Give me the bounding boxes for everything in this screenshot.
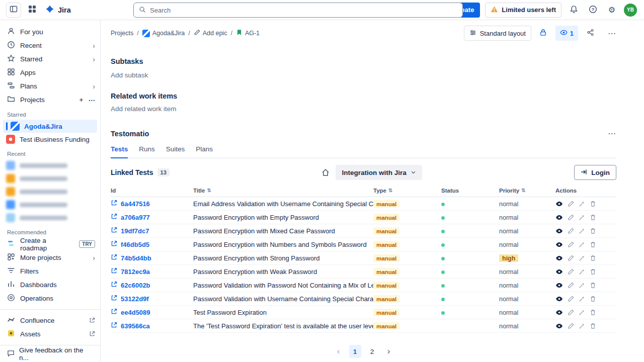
sidebar-item-apps[interactable]: Apps — [0, 66, 100, 79]
edit-icon[interactable] — [568, 268, 574, 275]
prev-page-icon[interactable]: ‹ — [333, 346, 344, 356]
user-avatar[interactable]: YB — [624, 4, 637, 17]
edit-icon[interactable] — [568, 201, 574, 207]
table-row[interactable]: 62c6002b Password Validation with Passwo… — [111, 279, 616, 292]
sidebar-item-recent[interactable]: Recent › — [0, 39, 100, 52]
tab-tests[interactable]: Tests — [111, 145, 128, 158]
breadcrumb-projects[interactable]: Projects — [111, 30, 133, 37]
delete-icon[interactable] — [590, 214, 596, 221]
integration-dropdown[interactable]: Integration with Jira — [336, 165, 422, 180]
sidebar-item-plans[interactable]: Plans › — [0, 79, 100, 93]
column-header-title[interactable]: Title⇅ — [193, 188, 373, 194]
search-input[interactable] — [150, 7, 457, 14]
view-icon[interactable] — [555, 214, 563, 221]
sidebar-project-agoda-jira[interactable]: Agoda&Jira — [3, 120, 97, 133]
add-related-item-link[interactable]: Add related work item — [111, 105, 616, 113]
view-icon[interactable] — [555, 200, 563, 208]
magic-wand-icon[interactable] — [579, 214, 585, 221]
breadcrumb-issue[interactable]: AG-1 — [236, 29, 260, 37]
sidebar-project-test-ibusiness[interactable]: Test iBusiness Funding — [3, 133, 97, 146]
test-id-link[interactable]: 74b5d4bb — [121, 254, 151, 262]
view-icon[interactable] — [555, 322, 563, 330]
edit-icon[interactable] — [568, 323, 574, 329]
global-search[interactable] — [133, 3, 463, 18]
help-button[interactable]: ? — [586, 3, 600, 17]
test-id-link[interactable]: 639566ca — [121, 322, 150, 330]
table-row[interactable]: 53122d9f Password Validation with Userna… — [111, 292, 616, 306]
test-id-link[interactable]: 19df7dc7 — [121, 227, 149, 235]
notifications-button[interactable] — [567, 3, 581, 17]
tab-suites[interactable]: Suites — [166, 145, 185, 158]
view-icon[interactable] — [555, 227, 563, 235]
delete-icon[interactable] — [590, 268, 596, 275]
watchers-button[interactable]: 1 — [555, 26, 578, 41]
magic-wand-icon[interactable] — [579, 228, 585, 234]
table-row[interactable]: 7812ec9a Password Encryption with Weak P… — [111, 265, 616, 279]
sidebar-item-projects[interactable]: Projects + ⋯ — [0, 93, 100, 107]
settings-button[interactable]: ⚙ — [605, 3, 619, 17]
delete-icon[interactable] — [590, 323, 596, 329]
test-id-link[interactable]: ee4d5089 — [121, 309, 150, 316]
table-row[interactable]: a706a977 Password Encryption with Empty … — [111, 211, 616, 224]
add-subtask-link[interactable]: Add subtask — [111, 71, 616, 79]
app-switcher-button[interactable] — [25, 3, 39, 17]
tab-plans[interactable]: Plans — [196, 145, 213, 158]
magic-wand-icon[interactable] — [579, 201, 585, 207]
view-icon[interactable] — [555, 282, 563, 289]
page-button-1[interactable]: 1 — [349, 345, 361, 358]
table-row[interactable]: 639566ca The 'Test Password Expiration' … — [111, 319, 616, 333]
magic-wand-icon[interactable] — [579, 323, 585, 329]
test-id-link[interactable]: 62c6002b — [121, 282, 150, 289]
projects-more-icon[interactable]: ⋯ — [89, 96, 96, 104]
next-page-icon[interactable]: › — [383, 346, 394, 356]
sidebar-item-for-you[interactable]: For you — [0, 25, 100, 39]
add-project-icon[interactable]: + — [79, 96, 84, 104]
column-header-type[interactable]: Type⇅ — [373, 188, 441, 194]
view-icon[interactable] — [555, 268, 563, 276]
feedback-button[interactable]: Give feedback on the n... — [0, 345, 100, 362]
more-actions-button[interactable]: ⋯ — [602, 26, 616, 40]
view-icon[interactable] — [555, 254, 563, 262]
recent-project-item[interactable] — [3, 185, 97, 198]
edit-icon[interactable] — [568, 282, 574, 289]
page-button-2[interactable]: 2 — [366, 345, 378, 358]
edit-icon[interactable] — [568, 214, 574, 221]
view-icon[interactable] — [555, 241, 563, 248]
sidebar-toggle-button[interactable] — [6, 3, 21, 18]
sidebar-item-starred[interactable]: Starred › — [0, 52, 100, 66]
test-id-link[interactable]: 53122d9f — [121, 295, 149, 303]
delete-icon[interactable] — [590, 255, 596, 261]
test-id-link[interactable]: 7812ec9a — [121, 268, 150, 276]
testomatio-more-button[interactable]: ⋯ — [608, 129, 616, 138]
recent-project-item[interactable] — [3, 211, 97, 224]
table-row[interactable]: 19df7dc7 Password Encryption with Mixed … — [111, 224, 616, 238]
tab-runs[interactable]: Runs — [139, 145, 155, 158]
column-header-priority[interactable]: Priority⇅ — [499, 188, 555, 194]
edit-icon[interactable] — [568, 296, 574, 302]
standard-layout-button[interactable]: Standard layout — [464, 26, 531, 41]
edit-icon[interactable] — [568, 309, 574, 316]
edit-icon[interactable] — [568, 255, 574, 261]
test-id-link[interactable]: a706a977 — [121, 214, 150, 221]
table-row[interactable]: 6a447516 Email Address Validation with U… — [111, 197, 616, 211]
jira-brand[interactable]: Jira — [45, 5, 71, 15]
table-row[interactable]: 74b5d4bb Password Encryption with Strong… — [111, 251, 616, 265]
recent-project-item[interactable] — [3, 198, 97, 211]
sidebar-item-assets[interactable]: Assets — [0, 327, 100, 341]
table-row[interactable]: f46db5d5 Password Encryption with Number… — [111, 238, 616, 251]
delete-icon[interactable] — [590, 201, 596, 207]
share-button[interactable] — [583, 26, 597, 40]
delete-icon[interactable] — [590, 296, 596, 302]
home-icon[interactable] — [321, 168, 330, 176]
breadcrumb-project[interactable]: Agoda&Jira — [142, 30, 185, 37]
login-button[interactable]: Login — [574, 165, 616, 180]
delete-icon[interactable] — [590, 282, 596, 289]
test-id-link[interactable]: f46db5d5 — [121, 241, 149, 248]
sidebar-item-dashboards[interactable]: Dashboards — [0, 278, 100, 292]
recent-project-item[interactable] — [3, 159, 97, 172]
magic-wand-icon[interactable] — [579, 255, 585, 261]
magic-wand-icon[interactable] — [579, 241, 585, 248]
delete-icon[interactable] — [590, 228, 596, 234]
recent-project-item[interactable] — [3, 172, 97, 185]
view-icon[interactable] — [555, 295, 563, 303]
